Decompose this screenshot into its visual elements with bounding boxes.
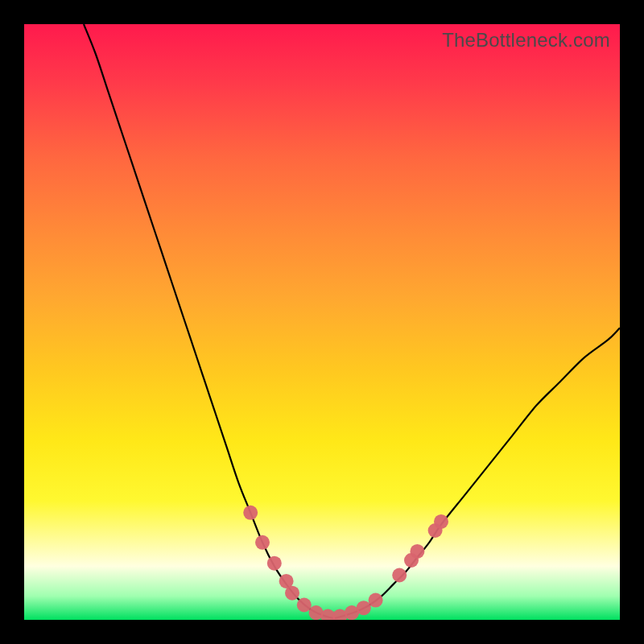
marker-point	[410, 544, 424, 559]
marker-point	[392, 568, 407, 583]
marker-point	[267, 556, 282, 571]
marker-point	[285, 586, 299, 601]
curve-lines	[84, 24, 620, 618]
chart-svg	[24, 24, 620, 620]
marker-point	[369, 593, 383, 608]
marker-point	[297, 598, 312, 613]
chart-frame: TheBottleneck.com	[0, 0, 644, 644]
plot-area: TheBottleneck.com	[24, 24, 620, 620]
marker-point	[255, 535, 270, 550]
marker-point	[243, 506, 258, 520]
bottleneck-curve	[84, 24, 620, 618]
marker-point	[357, 601, 371, 615]
highlight-markers	[243, 506, 448, 620]
marker-point	[434, 514, 448, 529]
